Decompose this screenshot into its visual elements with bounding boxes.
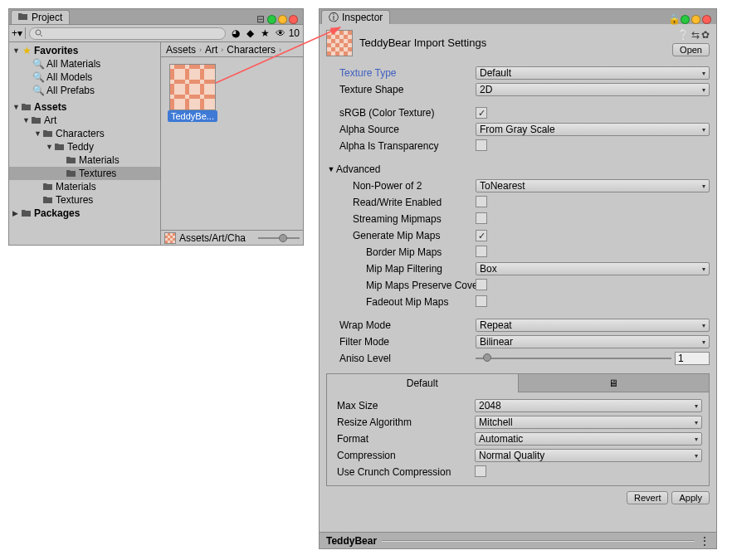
prop-genmip: Generate Mip Maps [326, 230, 476, 241]
preview-divider [382, 540, 695, 542]
inspector-panel: ⓘ Inspector 🔒 TeddyBear Import Settings … [319, 8, 717, 549]
genmip-checkbox[interactable] [476, 230, 487, 241]
help-icon[interactable]: ❔ [677, 29, 690, 41]
hidden-items-icon[interactable]: 👁 [274, 27, 287, 39]
filter-by-label-icon[interactable]: ◆ [244, 27, 257, 39]
asset-grid[interactable]: TeddyBe... [161, 57, 303, 230]
tree-packages[interactable]: ▶Packages [9, 207, 160, 220]
tree-fav-item[interactable]: 🔍All Models [9, 71, 160, 84]
advanced-foldout[interactable]: ▼Advanced [326, 161, 710, 178]
asset-teddybear[interactable]: TeddyBe... [168, 64, 217, 122]
window-maximize-icon[interactable] [691, 15, 700, 24]
mipfilter-dropdown[interactable]: Box▾ [476, 262, 710, 275]
folder-icon [42, 196, 54, 204]
texture-shape-dropdown[interactable]: 2D▾ [476, 83, 710, 96]
page-title: TeddyBear Import Settings [359, 37, 666, 49]
tree-teddy-materials[interactable]: Materials [9, 153, 160, 167]
create-button[interactable]: +▾ [12, 27, 26, 39]
alpha-transparency-checkbox[interactable] [476, 139, 487, 151]
open-button[interactable]: Open [672, 43, 710, 56]
alpha-source-dropdown[interactable]: From Gray Scale▾ [476, 123, 710, 136]
apply-button[interactable]: Apply [671, 491, 710, 504]
inspector-tab[interactable]: ⓘ Inspector [321, 10, 390, 24]
window-maximize-icon[interactable] [278, 15, 287, 24]
tree-favorites[interactable]: ▼★Favorites [9, 44, 160, 57]
status-path: Assets/Art/Cha [179, 232, 255, 244]
tree-assets[interactable]: ▼Assets [9, 100, 160, 114]
prop-fadeout: Fadeout Mip Maps [326, 296, 476, 308]
mippreserve-checkbox[interactable] [476, 279, 487, 290]
grid-size-slider[interactable] [258, 232, 300, 244]
window-minimize-icon[interactable] [267, 15, 276, 24]
prop-filter: Filter Mode [326, 336, 476, 348]
tree-teddy-textures[interactable]: Textures [9, 167, 160, 180]
asset-label: TeddyBe... [168, 110, 217, 122]
revert-button[interactable]: Revert [627, 491, 668, 504]
rw-checkbox[interactable] [476, 196, 487, 207]
crunch-checkbox[interactable] [475, 465, 486, 477]
window-minimize-icon[interactable] [681, 15, 690, 24]
resize-dropdown[interactable]: Mitchell▾ [475, 416, 702, 429]
texture-type-dropdown[interactable]: Default▾ [476, 66, 710, 80]
npot-dropdown[interactable]: ToNearest▾ [476, 179, 710, 192]
tree-art[interactable]: ▼Art [9, 114, 160, 127]
format-dropdown[interactable]: Automatic▾ [475, 432, 702, 446]
project-tab-bar: Project ⊟ [9, 9, 303, 24]
search-input[interactable] [29, 27, 226, 40]
inspector-body: Texture TypeDefault▾ Texture Shape2D▾ sR… [320, 61, 716, 532]
filter-by-type-icon[interactable]: ◕ [229, 27, 242, 39]
bordermip-checkbox[interactable] [476, 246, 487, 257]
prop-texture-shape: Texture Shape [326, 84, 476, 95]
settings-menu-icon[interactable]: ✿ [701, 29, 710, 41]
folder-icon [54, 143, 66, 151]
prop-wrap: Wrap Mode [326, 319, 476, 331]
prop-bordermip: Border Mip Maps [326, 246, 476, 258]
window-close-icon[interactable] [702, 15, 711, 24]
platform-tab-default[interactable]: Default [327, 374, 518, 392]
aniso-value-field[interactable]: 1 [675, 352, 710, 365]
tree-assets-materials[interactable]: Materials [9, 180, 160, 193]
folder-icon [66, 169, 77, 178]
project-tree[interactable]: ▼★Favorites 🔍All Materials 🔍All Models 🔍… [9, 42, 161, 245]
breadcrumb-item[interactable]: Assets [166, 44, 196, 56]
inspector-tab-label: Inspector [342, 12, 383, 23]
preset-icon[interactable]: ⇆ [691, 29, 700, 41]
tree-assets-textures[interactable]: Textures [9, 193, 160, 207]
folder-icon [18, 12, 28, 23]
breadcrumb: Assets› Art› Characters› [161, 42, 303, 57]
dock-icon[interactable]: ⊟ [256, 14, 266, 24]
preview-menu-icon[interactable]: ⋮ [700, 535, 710, 547]
wrap-dropdown[interactable]: Repeat▾ [476, 319, 710, 332]
filter-dropdown[interactable]: Bilinear▾ [476, 335, 710, 348]
streaming-checkbox[interactable] [476, 212, 487, 224]
inspector-header: TeddyBear Import Settings ❔ ⇆ ✿ Open [320, 24, 716, 61]
prop-mipfilter: Mip Map Filtering [326, 263, 476, 275]
prop-rw: Read/Write Enabled [326, 197, 476, 208]
preview-bar[interactable]: TeddyBear ⋮ [320, 532, 716, 548]
breadcrumb-item[interactable]: Characters [227, 44, 276, 56]
svg-point-0 [36, 30, 41, 35]
prop-streaming: Streaming Mipmaps [326, 213, 476, 225]
prop-npot: Non-Power of 2 [326, 180, 476, 192]
maxsize-dropdown[interactable]: 2048▾ [475, 399, 702, 412]
project-tab[interactable]: Project [11, 10, 70, 24]
search-icon [35, 29, 43, 37]
fadeout-checkbox[interactable] [476, 295, 487, 307]
window-close-icon[interactable] [289, 15, 298, 24]
project-tab-label: Project [32, 12, 62, 23]
tree-fav-item[interactable]: 🔍All Prefabs [9, 84, 160, 97]
tree-teddy[interactable]: ▼Teddy [9, 140, 160, 153]
srgb-checkbox[interactable] [476, 107, 487, 119]
tree-characters[interactable]: ▼Characters [9, 127, 160, 140]
aniso-slider[interactable] [476, 358, 671, 359]
breadcrumb-item[interactable]: Art [205, 44, 217, 56]
tree-fav-item[interactable]: 🔍All Materials [9, 57, 160, 71]
platform-tab-standalone[interactable]: 🖥 [518, 374, 710, 392]
prop-resize: Resize Algorithm [334, 416, 475, 428]
prop-maxsize: Max Size [334, 400, 475, 411]
search-icon: 🔍 [32, 71, 45, 83]
lock-icon[interactable]: 🔒 [669, 14, 679, 24]
compression-dropdown[interactable]: Normal Quality▾ [475, 449, 702, 462]
folder-icon [66, 156, 77, 164]
save-search-icon[interactable]: ★ [259, 27, 272, 39]
